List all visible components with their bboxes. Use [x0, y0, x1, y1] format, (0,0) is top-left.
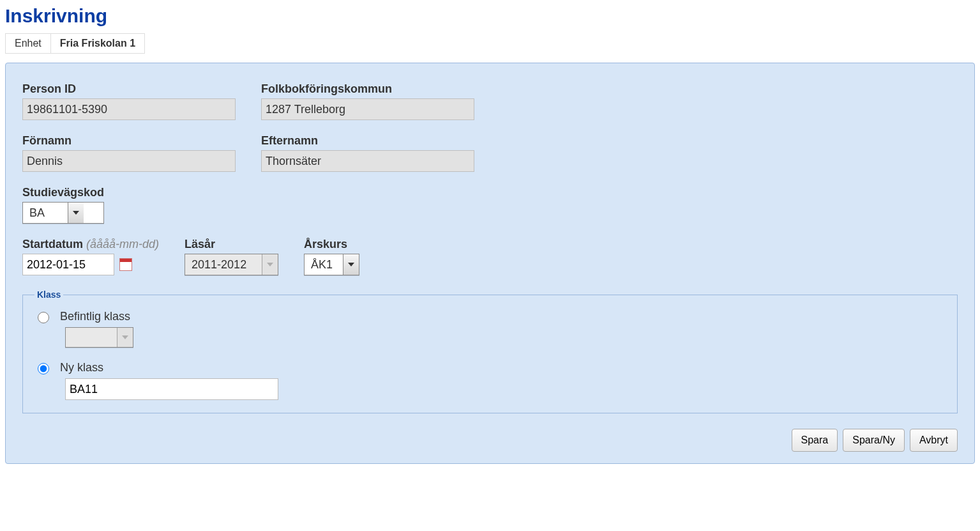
footer-buttons: Spara Spara/Ny Avbryt: [22, 429, 958, 452]
label-fornamn: Förnamn: [22, 134, 236, 148]
label-kommun: Folkbokföringskommun: [261, 82, 474, 96]
field-lasar: Läsår 2011-2012: [185, 238, 278, 275]
label-lasar: Läsår: [185, 238, 278, 251]
startdatum-input[interactable]: [22, 254, 114, 275]
chevron-down-icon: [117, 328, 133, 347]
chevron-down-icon: [343, 254, 359, 275]
select-befintlig-klass: [65, 327, 133, 348]
field-person-id: Person ID 19861101-5390: [22, 82, 236, 120]
field-startdatum: Startdatum (åååå-mm-dd): [22, 238, 159, 275]
select-arskurs[interactable]: ÅK1: [304, 254, 359, 275]
label-befintlig-klass: Befintlig klass: [60, 310, 130, 323]
radio-befintlig-klass[interactable]: [38, 312, 49, 323]
label-ny-klass: Ny klass: [60, 361, 103, 374]
form-panel: Person ID 19861101-5390 Folkbokföringsko…: [5, 63, 975, 464]
select-lasar: 2011-2012: [185, 254, 278, 275]
ny-klass-input[interactable]: [65, 378, 278, 400]
label-studievagskod: Studievägskod: [22, 186, 104, 199]
label-startdatum-text: Startdatum: [22, 238, 83, 250]
radio-ny-klass[interactable]: [38, 363, 49, 374]
label-startdatum-hint: (åååå-mm-dd): [86, 238, 159, 250]
value-efternamn: Thornsäter: [261, 150, 474, 172]
select-studievagskod[interactable]: BA: [22, 202, 104, 224]
select-lasar-value: 2011-2012: [185, 254, 262, 275]
breadcrumb-label: Enhet: [6, 34, 51, 53]
field-efternamn: Efternamn Thornsäter: [261, 134, 474, 172]
page-title: Inskrivning: [5, 5, 975, 27]
legend-klass: Klass: [34, 289, 63, 300]
avbryt-button[interactable]: Avbryt: [910, 429, 958, 452]
field-fornamn: Förnamn Dennis: [22, 134, 236, 172]
breadcrumb-value: Fria Friskolan 1: [51, 34, 144, 53]
chevron-down-icon: [262, 254, 278, 275]
value-fornamn: Dennis: [22, 150, 236, 172]
label-startdatum: Startdatum (åååå-mm-dd): [22, 238, 159, 251]
breadcrumb: Enhet Fria Friskolan 1: [5, 33, 145, 54]
field-arskurs: Årskurs ÅK1: [304, 238, 359, 275]
fieldset-klass: Klass Befintlig klass Ny klass: [22, 289, 958, 413]
calendar-icon[interactable]: [119, 258, 132, 271]
spara-ny-button[interactable]: Spara/Ny: [843, 429, 905, 452]
value-person-id: 19861101-5390: [22, 98, 236, 120]
label-arskurs: Årskurs: [304, 238, 359, 251]
select-studievagskod-value: BA: [23, 203, 68, 223]
spara-button[interactable]: Spara: [792, 429, 838, 452]
label-efternamn: Efternamn: [261, 134, 474, 148]
select-befintlig-klass-value: [66, 328, 117, 347]
chevron-down-icon: [68, 203, 84, 223]
value-kommun: 1287 Trelleborg: [261, 98, 474, 120]
label-person-id: Person ID: [22, 82, 236, 96]
select-arskurs-value: ÅK1: [305, 254, 343, 275]
field-studievagskod: Studievägskod BA: [22, 186, 104, 224]
field-kommun: Folkbokföringskommun 1287 Trelleborg: [261, 82, 474, 120]
